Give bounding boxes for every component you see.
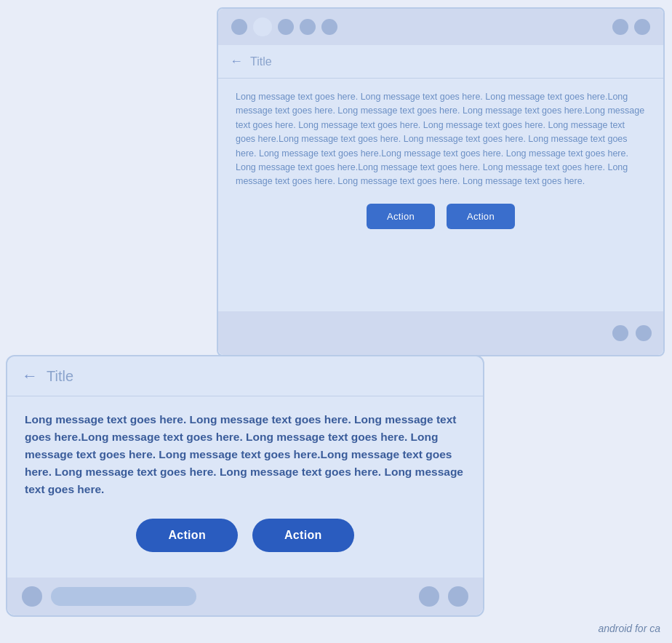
- status-left-dots: [231, 17, 337, 36]
- bottom-nav-title: Title: [47, 368, 73, 385]
- top-bottom-dot-2: [636, 325, 652, 341]
- bottom-button-row: Action Action: [25, 519, 465, 552]
- watermark-text: android for ca: [598, 623, 660, 634]
- status-dot-5: [321, 19, 337, 35]
- bottom-status-dot-left: [22, 586, 42, 607]
- bottom-action-button-2[interactable]: Action: [252, 519, 354, 552]
- status-dot-r2: [634, 19, 650, 35]
- bottom-status-left: [22, 586, 196, 607]
- top-action-button-1[interactable]: Action: [367, 204, 435, 229]
- bottom-message-text: Long message text goes here. Long messag…: [25, 411, 465, 498]
- bottom-status-dot-r2: [448, 586, 468, 607]
- bottom-action-button-1[interactable]: Action: [136, 519, 238, 552]
- status-right-dots: [612, 19, 650, 35]
- bottom-status-dot-r1: [419, 586, 439, 607]
- status-dot-2: [253, 17, 272, 36]
- back-arrow-icon[interactable]: ←: [230, 54, 243, 69]
- top-phone-frame: ← Title Long message text goes here. Lon…: [217, 7, 665, 356]
- back-arrow-large-icon[interactable]: ←: [22, 367, 38, 386]
- bottom-content-area: Long message text goes here. Long messag…: [7, 396, 483, 570]
- top-bottom-dot-1: [612, 325, 628, 341]
- status-dot-3: [278, 19, 294, 35]
- bottom-status-pill: [51, 587, 196, 606]
- top-nav-title: Title: [250, 55, 272, 68]
- top-status-bar: [218, 9, 663, 45]
- bottom-phone-frame: ← Title Long message text goes here. Lon…: [6, 355, 484, 617]
- status-dot-4: [300, 19, 316, 35]
- top-action-button-2[interactable]: Action: [447, 204, 515, 229]
- top-nav-bar: ← Title: [218, 45, 663, 79]
- status-dot-1: [231, 19, 247, 35]
- top-content-area: Long message text goes here. Long messag…: [218, 79, 663, 244]
- top-button-row: Action Action: [236, 204, 646, 229]
- bottom-status-right: [419, 586, 468, 607]
- bottom-nav-bar: ← Title: [7, 356, 483, 396]
- status-dot-r1: [612, 19, 628, 35]
- top-message-text: Long message text goes here. Long messag…: [236, 90, 646, 189]
- top-bottom-bar: [218, 311, 663, 355]
- bottom-status-bar: [7, 578, 483, 615]
